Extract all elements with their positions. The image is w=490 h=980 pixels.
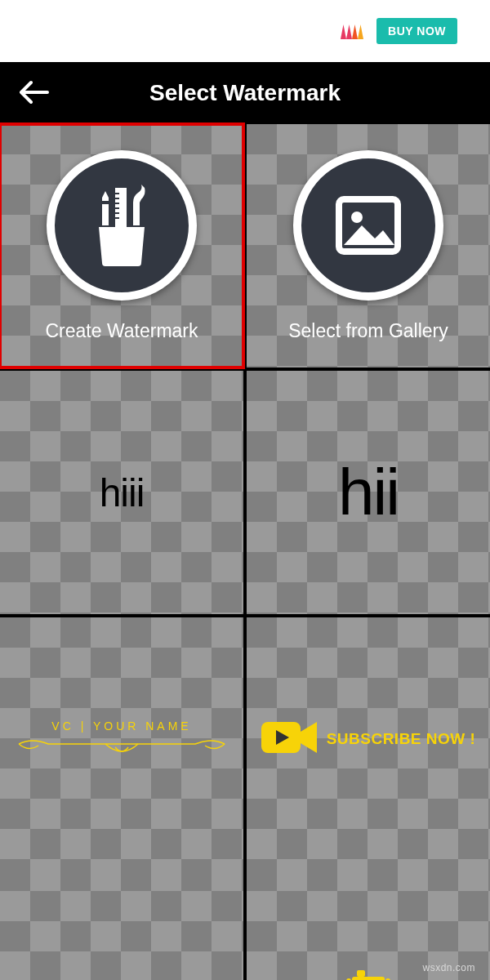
tile-watermark-vc[interactable]: VC | YOUR NAME [0,617,243,861]
watermark-text: hiii [100,470,145,515]
svg-rect-11 [352,977,385,980]
watermark-text: hii [338,455,399,530]
page-title: Select Watermark [149,80,341,106]
svg-rect-5 [115,207,119,209]
svg-rect-0 [102,201,109,204]
svg-rect-2 [115,193,119,194]
tile-create-watermark[interactable]: Create Watermark [0,124,243,368]
back-button[interactable] [15,75,54,112]
tile-watermark-hii[interactable]: hii [247,371,490,614]
tile-watermark-7[interactable] [0,861,243,980]
flourish-icon [12,736,231,759]
back-arrow-icon [20,80,49,107]
tile-label: Create Watermark [45,320,198,342]
app-header: Select Watermark [0,62,490,124]
tile-watermark-hiii[interactable]: hiii [0,371,243,614]
watermark-subscribe: SUBSCRIBE NOW ! [261,719,476,760]
create-watermark-icon [47,150,197,301]
ad-banner: BUY NOW [0,0,490,62]
watermark-text: SUBSCRIBE NOW ! [327,730,476,748]
svg-rect-7 [115,217,119,219]
watermark-shape-icon [345,970,391,980]
buy-now-button[interactable]: BUY NOW [376,18,457,44]
watermark-ornament: VC | YOUR NAME [12,719,231,759]
svg-point-9 [351,212,363,223]
ad-logo-icon [341,23,363,39]
svg-rect-12 [357,970,365,977]
svg-rect-6 [115,212,119,214]
watermark-grid: Create Watermark Select from Gallery hii… [0,124,490,861]
svg-rect-4 [115,203,119,204]
watermark-text: VC | YOUR NAME [51,719,191,733]
tile-select-gallery[interactable]: Select from Gallery [247,124,490,368]
tile-watermark-subscribe[interactable]: SUBSCRIBE NOW ! [247,617,490,861]
watermark-grid-row [0,861,490,980]
svg-rect-3 [115,198,119,199]
gallery-icon [293,150,443,301]
tile-label: Select from Gallery [288,320,448,342]
footer-credit: wsxdn.com [422,962,475,973]
video-camera-icon [261,719,318,760]
